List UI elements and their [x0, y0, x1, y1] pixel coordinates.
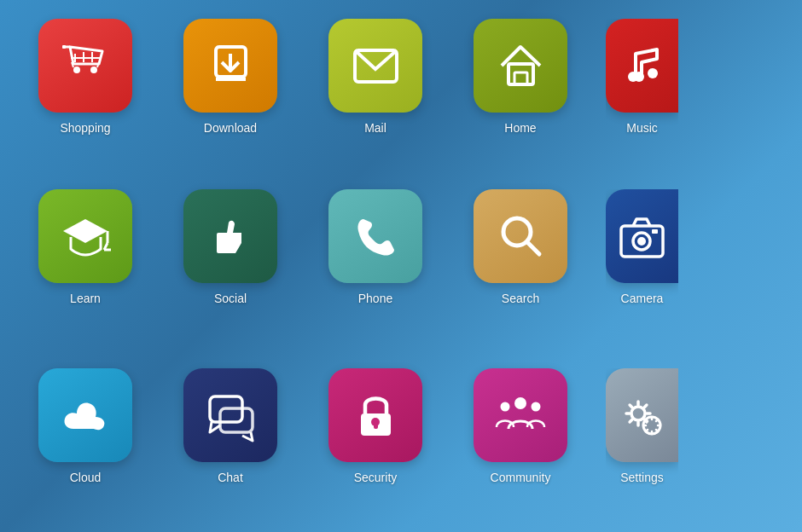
- phone-icon-bg: [328, 189, 422, 283]
- shopping-icon-bg: [38, 19, 132, 113]
- camera-icon: [614, 209, 670, 264]
- music-icon-bg: [606, 19, 678, 113]
- community-label: Community: [491, 471, 551, 484]
- svg-point-36: [631, 407, 645, 420]
- svg-point-15: [634, 72, 644, 82]
- app-item-music[interactable]: Music: [606, 19, 678, 172]
- app-item-camera[interactable]: Camera: [606, 189, 678, 343]
- camera-label: Camera: [621, 292, 664, 305]
- app-item-home[interactable]: Home: [461, 19, 580, 172]
- mail-label: Mail: [364, 121, 386, 135]
- camera-icon-bg: [606, 189, 678, 283]
- svg-rect-32: [374, 422, 378, 429]
- app-item-search[interactable]: Search: [461, 189, 580, 343]
- svg-point-7: [90, 66, 97, 73]
- learn-icon-bg: [38, 189, 132, 283]
- cloud-icon-bg: [38, 368, 132, 462]
- home-label: Home: [504, 121, 536, 135]
- download-label: Download: [204, 121, 257, 135]
- thumbsup-icon: [203, 209, 259, 264]
- phone-label: Phone: [358, 292, 392, 305]
- svg-rect-21: [217, 233, 229, 253]
- app-item-shopping[interactable]: Shopping: [26, 19, 145, 172]
- svg-rect-29: [220, 408, 253, 432]
- download-icon: [203, 38, 259, 94]
- cloud-storage-icon: [58, 388, 113, 443]
- svg-point-34: [500, 402, 509, 411]
- app-item-cloud[interactable]: Cloud: [26, 368, 145, 513]
- svg-rect-12: [509, 64, 533, 84]
- app-item-community[interactable]: Community: [461, 368, 580, 513]
- app-item-learn[interactable]: Learn: [26, 189, 145, 343]
- graduation-cap-icon: [58, 209, 113, 264]
- music-note-icon: [614, 38, 670, 94]
- svg-point-6: [73, 66, 80, 73]
- app-item-phone[interactable]: Phone: [316, 189, 435, 343]
- svg-point-26: [637, 237, 646, 246]
- app-item-security[interactable]: Security: [316, 368, 435, 513]
- app-item-download[interactable]: Download: [171, 19, 290, 172]
- chat-icon-bg: [183, 368, 277, 462]
- mail-icon-bg: [328, 19, 422, 113]
- security-label: Security: [354, 471, 398, 484]
- settings-label: Settings: [620, 471, 664, 484]
- svg-rect-13: [514, 72, 527, 84]
- download-icon-bg: [183, 19, 277, 113]
- social-label: Social: [214, 292, 247, 305]
- svg-point-35: [531, 402, 540, 411]
- settings-icon-bg: [606, 368, 678, 462]
- chat-bubble-icon: [203, 388, 259, 443]
- mail-envelope-icon: [348, 38, 404, 94]
- security-icon-bg: [328, 368, 422, 462]
- community-icon-bg: [474, 368, 567, 462]
- svg-point-33: [514, 397, 526, 409]
- chat-label: Chat: [218, 471, 243, 484]
- home-icon-bg: [474, 19, 567, 113]
- cloud-label: Cloud: [70, 471, 102, 484]
- app-grid: Shopping Download Mail: [0, 0, 759, 532]
- app-item-settings[interactable]: Settings: [606, 368, 678, 513]
- shopping-cart-icon: [58, 38, 113, 94]
- svg-line-23: [527, 242, 539, 254]
- svg-point-16: [648, 68, 658, 78]
- shopping-label: Shopping: [60, 121, 110, 135]
- community-people-icon: [493, 388, 549, 443]
- search-label: Search: [502, 292, 539, 305]
- lock-icon: [348, 388, 404, 443]
- learn-label: Learn: [70, 292, 101, 305]
- svg-rect-27: [652, 229, 658, 234]
- magnifier-search-icon: [493, 209, 549, 264]
- app-item-mail[interactable]: Mail: [316, 19, 435, 172]
- app-item-chat[interactable]: Chat: [171, 368, 290, 513]
- phone-handset-icon: [348, 209, 404, 264]
- app-item-social[interactable]: Social: [171, 189, 290, 343]
- gear-settings-icon: [614, 388, 670, 443]
- search-icon-bg: [474, 189, 567, 283]
- social-icon-bg: [183, 189, 277, 283]
- home-house-icon: [493, 38, 549, 94]
- music-label: Music: [626, 121, 658, 135]
